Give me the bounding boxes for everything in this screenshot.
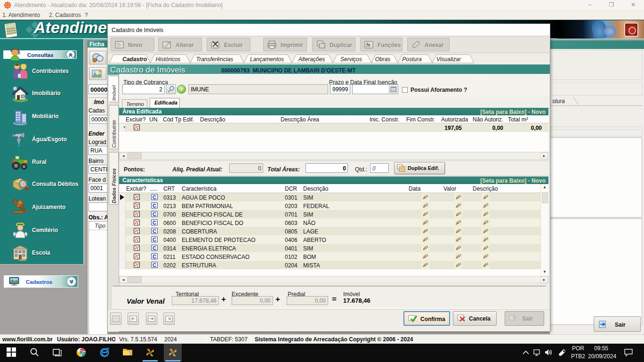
svg-text:Visualizar: Visualizar [436, 56, 461, 63]
svg-text:Obras: Obras [375, 56, 391, 63]
svg-text:Alterações: Alterações [298, 56, 325, 63]
svg-text:Serviços: Serviços [340, 56, 362, 63]
svg-text:fx: fx [366, 42, 370, 48]
svg-text:Transferências: Transferências [196, 56, 233, 63]
svg-text:Históricos: Históricos [156, 56, 181, 63]
svg-text:Cadastro: Cadastro [122, 56, 147, 63]
svg-text:Postura: Postura [402, 56, 422, 63]
svg-text:Lançamentos: Lançamentos [250, 56, 284, 63]
